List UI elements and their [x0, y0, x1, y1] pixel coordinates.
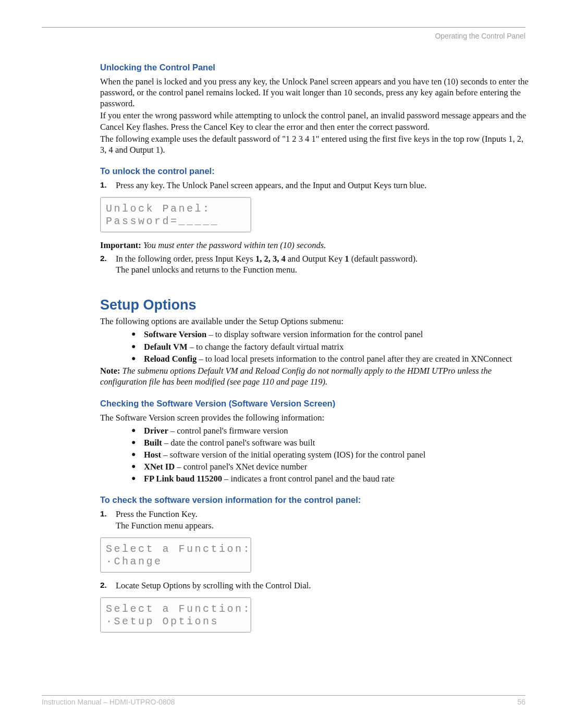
note: Note: The submenu options Default VM and…: [100, 365, 530, 388]
content-column: Unlocking the Control Panel When the pan…: [100, 62, 530, 633]
step-text: Press the Function Key. The Function men…: [116, 509, 530, 530]
important-label: Important:: [100, 240, 141, 250]
list-item: 1. Press the Function Key. The Function …: [100, 509, 530, 530]
footer: Instruction Manual – HDMI-UTPRO-0808 56: [42, 695, 525, 706]
list-item: ●FP Link baud 115200 – indicates a front…: [131, 473, 530, 484]
list-item: 1. Press any key. The Unlock Panel scree…: [100, 180, 530, 191]
bullet-list: ●Software Version – to display software …: [131, 329, 530, 364]
paragraph: If you enter the wrong password while at…: [100, 110, 530, 132]
lcd-line: ·Setup Options: [106, 615, 219, 627]
paragraph: The following options are available unde…: [100, 316, 530, 327]
list-item: ●XNet ID – control panel's XNet device n…: [131, 461, 530, 472]
lcd-line: ·Change: [106, 556, 163, 567]
bullet-icon: ●: [131, 425, 144, 436]
step-text: Locate Setup Options by scrolling with t…: [116, 580, 530, 591]
bullet-icon: ●: [131, 329, 144, 340]
footer-left: Instruction Manual – HDMI-UTPRO-0808: [42, 698, 175, 706]
page: Operating the Control Panel Unlocking th…: [0, 0, 563, 728]
list-item: ●Host – software version of the initial …: [131, 449, 530, 460]
heading-to-check-sw: To check the software version informatio…: [100, 495, 530, 505]
step-number: 1.: [100, 180, 116, 191]
bullet-icon: ●: [131, 353, 144, 364]
list-item: ●Built – date the control panel's softwa…: [131, 437, 530, 448]
step-number: 1.: [100, 509, 116, 530]
footer-rule: [42, 695, 525, 696]
paragraph: The Software Version screen provides the…: [100, 412, 530, 423]
paragraph: The following example uses the default p…: [100, 133, 530, 155]
list-item: ●Default VM – to change the factory defa…: [131, 341, 530, 352]
lcd-line: Select a Function:: [106, 543, 251, 555]
important-note: Important: You must enter the password w…: [100, 240, 530, 251]
lcd-line: Password=_____: [106, 215, 219, 227]
bullet-icon: ●: [131, 437, 144, 448]
lcd-line: Unlock Panel:: [106, 203, 211, 215]
ordered-list: 1. Press any key. The Unlock Panel scree…: [100, 180, 530, 191]
bullet-icon: ●: [131, 473, 144, 484]
list-item: ●Reload Config – to load local presets i…: [131, 353, 530, 364]
list-item: 2. In the following order, press Input K…: [100, 253, 530, 275]
ordered-list: 2. Locate Setup Options by scrolling wit…: [100, 580, 530, 591]
list-item: ●Driver – control panel's firmware versi…: [131, 425, 530, 436]
bullet-icon: ●: [131, 449, 144, 460]
heading-setup-options: Setup Options: [100, 296, 530, 314]
running-header: Operating the Control Panel: [42, 32, 525, 40]
bullet-icon: ●: [131, 461, 144, 472]
top-rule: [42, 27, 525, 28]
paragraph: When the panel is locked and you press a…: [100, 76, 530, 109]
step-number: 2.: [100, 580, 116, 591]
ordered-list: 2. In the following order, press Input K…: [100, 253, 530, 275]
step-text: Press any key. The Unlock Panel screen a…: [116, 180, 530, 191]
note-text: The submenu options Default VM and Reloa…: [100, 366, 492, 387]
heading-to-unlock: To unlock the control panel:: [100, 166, 530, 177]
note-label: Note:: [100, 366, 120, 376]
heading-unlocking: Unlocking the Control Panel: [100, 62, 530, 73]
heading-checking-sw: Checking the Software Version (Software …: [100, 398, 530, 409]
bullet-list: ●Driver – control panel's firmware versi…: [131, 425, 530, 485]
important-text: You must enter the password within ten (…: [141, 240, 326, 250]
step-text: In the following order, press Input Keys…: [116, 253, 530, 275]
page-number: 56: [517, 698, 525, 706]
list-item: 2. Locate Setup Options by scrolling wit…: [100, 580, 530, 591]
ordered-list: 1. Press the Function Key. The Function …: [100, 509, 530, 530]
lcd-line: Select a Function:: [106, 603, 251, 615]
bullet-icon: ●: [131, 341, 144, 352]
list-item: ●Software Version – to display software …: [131, 329, 530, 340]
lcd-screen: Unlock Panel: Password=_____: [100, 197, 251, 232]
lcd-screen: Select a Function: ·Change: [100, 537, 251, 573]
step-number: 2.: [100, 253, 116, 275]
lcd-screen: Select a Function: ·Setup Options: [100, 597, 251, 633]
